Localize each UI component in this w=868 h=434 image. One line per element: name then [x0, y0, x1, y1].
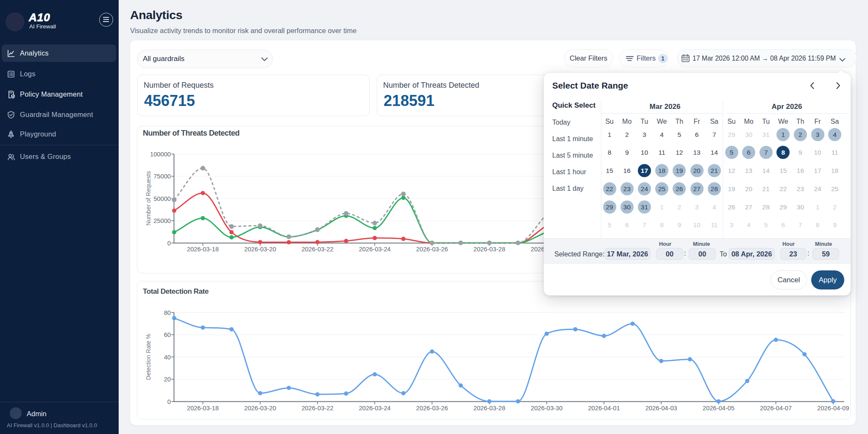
svg-text:25000: 25000	[153, 217, 171, 224]
svg-text:100000: 100000	[150, 151, 171, 158]
svg-text:60: 60	[164, 331, 171, 338]
svg-text:20: 20	[164, 376, 171, 383]
svg-text:2026-03-20: 2026-03-20	[244, 246, 276, 253]
svg-text:2026-03-26: 2026-03-26	[416, 246, 448, 253]
svg-text:2026-04-01: 2026-04-01	[588, 405, 620, 412]
svg-text:2026-03-18: 2026-03-18	[187, 405, 219, 412]
svg-text:2026-03-24: 2026-03-24	[359, 405, 391, 412]
svg-text:40: 40	[164, 354, 171, 361]
svg-text:2026-04-07: 2026-04-07	[760, 405, 792, 412]
svg-text:0: 0	[167, 240, 171, 247]
svg-text:2026-03-22: 2026-03-22	[301, 246, 333, 253]
svg-text:2026-03-28: 2026-03-28	[473, 246, 505, 253]
svg-text:2026-04-05: 2026-04-05	[703, 405, 734, 412]
svg-text:50000: 50000	[153, 195, 171, 202]
svg-text:Detection Rate %: Detection Rate %	[145, 334, 152, 380]
svg-text:2026-03-22: 2026-03-22	[301, 405, 333, 412]
svg-text:2026-03-26: 2026-03-26	[416, 405, 448, 412]
svg-text:2026-03-24: 2026-03-24	[359, 246, 391, 253]
svg-text:0: 0	[167, 398, 171, 405]
svg-text:Number of Requests: Number of Requests	[145, 171, 152, 225]
svg-text:2026-03-20: 2026-03-20	[244, 405, 276, 412]
svg-text:2026-03-30: 2026-03-30	[531, 405, 562, 412]
svg-text:2026-04-09: 2026-04-09	[817, 405, 849, 412]
svg-text:2026-03-28: 2026-03-28	[473, 405, 505, 412]
svg-text:75000: 75000	[153, 173, 171, 180]
svg-text:2026-04-03: 2026-04-03	[645, 405, 677, 412]
svg-text:2026-03-18: 2026-03-18	[187, 246, 219, 253]
svg-text:80: 80	[164, 309, 171, 316]
